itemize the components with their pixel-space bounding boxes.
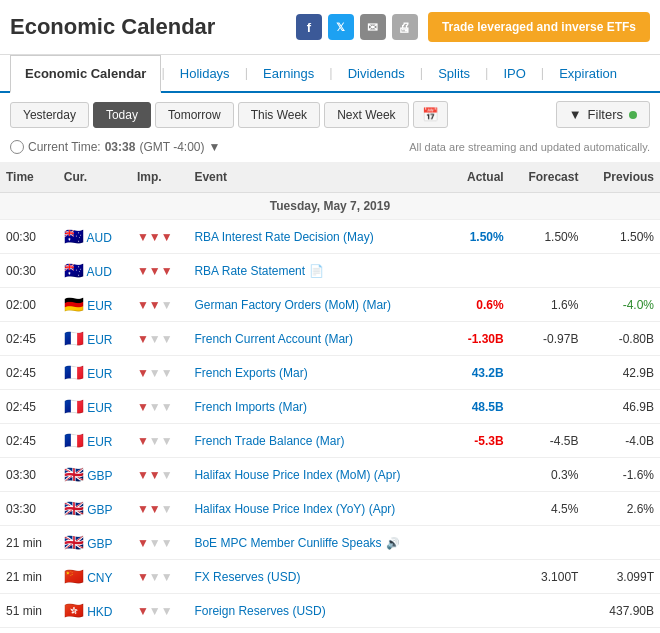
current-time-bar: Current Time: 03:38 (GMT -4:00) ▼ All da… bbox=[0, 136, 660, 162]
impact-bull-3: ▼ bbox=[161, 366, 173, 380]
cell-time: 03:30 bbox=[0, 458, 58, 492]
trade-button[interactable]: Trade leveraged and inverse ETFs bbox=[428, 12, 650, 42]
impact-bull-2: ▼ bbox=[149, 468, 161, 482]
impact-bull-1: ▼ bbox=[137, 604, 149, 618]
cell-event[interactable]: FX Reserves (USD) bbox=[188, 560, 451, 594]
cell-impact: ▼▼▼ bbox=[131, 458, 188, 492]
tab-earnings[interactable]: Earnings bbox=[248, 55, 329, 91]
cell-forecast: 1.6% bbox=[510, 288, 585, 322]
cell-impact: ▼▼▼ bbox=[131, 390, 188, 424]
cell-time: 03:30 bbox=[0, 492, 58, 526]
event-link[interactable]: FX Reserves (USD) bbox=[194, 570, 300, 584]
event-link[interactable]: RBA Interest Rate Decision (May) bbox=[194, 230, 373, 244]
cell-previous bbox=[584, 526, 660, 560]
impact-bull-2: ▼ bbox=[149, 400, 161, 414]
tab-ipo[interactable]: IPO bbox=[488, 55, 540, 91]
period-next-week[interactable]: Next Week bbox=[324, 102, 408, 128]
cell-impact: ▼▼▼ bbox=[131, 322, 188, 356]
twitter-icon[interactable]: 𝕏 bbox=[328, 14, 354, 40]
impact-bull-2: ▼ bbox=[149, 366, 161, 380]
table-row: 21 min🇨🇳 CNY▼▼▼FX Reserves (USD)3.100T3.… bbox=[0, 560, 660, 594]
table-row: 51 min🇭🇰 HKD▼▼▼Foreign Reserves (USD)437… bbox=[0, 594, 660, 628]
event-link[interactable]: BoE MPC Member Cunliffe Speaks bbox=[194, 536, 381, 550]
cell-previous: -4.0% bbox=[584, 288, 660, 322]
tab-dividends[interactable]: Dividends bbox=[333, 55, 420, 91]
cell-event[interactable]: RBA Interest Rate Decision (May) bbox=[188, 220, 451, 254]
cell-currency: 🇬🇧 GBP bbox=[58, 526, 131, 560]
tab-splits[interactable]: Splits bbox=[423, 55, 485, 91]
flag-icon: 🇫🇷 bbox=[64, 398, 84, 415]
impact-bull-2: ▼ bbox=[149, 230, 161, 244]
cell-event[interactable]: BoE MPC Member Cunliffe Speaks🔊 bbox=[188, 526, 451, 560]
period-yesterday[interactable]: Yesterday bbox=[10, 102, 89, 128]
event-link[interactable]: French Imports (Mar) bbox=[194, 400, 307, 414]
cell-forecast: 1.50% bbox=[510, 220, 585, 254]
impact-bull-1: ▼ bbox=[137, 536, 149, 550]
table-header-row: Time Cur. Imp. Event Actual Forecast Pre… bbox=[0, 162, 660, 193]
table-row: 02:45🇫🇷 EUR▼▼▼French Imports (Mar)48.5B4… bbox=[0, 390, 660, 424]
cell-time: 00:30 bbox=[0, 220, 58, 254]
period-today[interactable]: Today bbox=[93, 102, 151, 128]
impact-bull-1: ▼ bbox=[137, 332, 149, 346]
flag-icon: 🇦🇺 bbox=[64, 228, 84, 245]
col-time: Time bbox=[0, 162, 58, 193]
event-link[interactable]: Halifax House Price Index (MoM) (Apr) bbox=[194, 468, 400, 482]
event-link[interactable]: RBA Rate Statement bbox=[194, 264, 305, 278]
currency-code: CNY bbox=[87, 571, 112, 585]
tab-economic-calendar[interactable]: Economic Calendar bbox=[10, 55, 161, 93]
actual-value: 48.5B bbox=[472, 400, 504, 414]
event-link[interactable]: Foreign Reserves (USD) bbox=[194, 604, 325, 618]
event-link[interactable]: French Trade Balance (Mar) bbox=[194, 434, 344, 448]
cell-event[interactable]: RBA Rate Statement📄 bbox=[188, 254, 451, 288]
actual-value: 1.50% bbox=[470, 230, 504, 244]
tab-holidays[interactable]: Holidays bbox=[165, 55, 245, 91]
flag-icon: 🇬🇧 bbox=[64, 500, 84, 517]
cell-currency: 🇬🇧 GBP bbox=[58, 492, 131, 526]
event-link[interactable]: French Exports (Mar) bbox=[194, 366, 307, 380]
print-icon[interactable]: 🖨 bbox=[392, 14, 418, 40]
event-link[interactable]: Halifax House Price Index (YoY) (Apr) bbox=[194, 502, 395, 516]
currency-code: EUR bbox=[87, 401, 112, 415]
cell-event[interactable]: German Factory Orders (MoM) (Mar) bbox=[188, 288, 451, 322]
cell-previous: 2.6% bbox=[584, 492, 660, 526]
col-event: Event bbox=[188, 162, 451, 193]
cell-event[interactable]: French Exports (Mar) bbox=[188, 356, 451, 390]
currency-code: AUD bbox=[87, 265, 112, 279]
impact-bull-1: ▼ bbox=[137, 230, 149, 244]
actual-value: 0.6% bbox=[476, 298, 503, 312]
cell-time: 02:45 bbox=[0, 322, 58, 356]
cell-impact: ▼▼▼ bbox=[131, 526, 188, 560]
filter-icon: ▼ bbox=[569, 107, 582, 122]
event-link[interactable]: German Factory Orders (MoM) (Mar) bbox=[194, 298, 391, 312]
cell-event[interactable]: Foreign Reserves (USD) bbox=[188, 594, 451, 628]
impact-bull-2: ▼ bbox=[149, 332, 161, 346]
table-row: 03:30🇬🇧 GBP▼▼▼Halifax House Price Index … bbox=[0, 458, 660, 492]
flag-icon: 🇫🇷 bbox=[64, 330, 84, 347]
flag-icon: 🇭🇰 bbox=[64, 602, 84, 619]
period-tomorrow[interactable]: Tomorrow bbox=[155, 102, 234, 128]
filters-button[interactable]: ▼ Filters bbox=[556, 101, 650, 128]
previous-value: -4.0% bbox=[623, 298, 654, 312]
facebook-icon[interactable]: f bbox=[296, 14, 322, 40]
impact-bull-2: ▼ bbox=[149, 536, 161, 550]
cell-event[interactable]: Halifax House Price Index (YoY) (Apr) bbox=[188, 492, 451, 526]
cell-currency: 🇩🇪 EUR bbox=[58, 288, 131, 322]
currency-code: GBP bbox=[87, 503, 112, 517]
cell-previous bbox=[584, 254, 660, 288]
flag-icon: 🇫🇷 bbox=[64, 432, 84, 449]
cell-time: 21 min bbox=[0, 526, 58, 560]
period-this-week[interactable]: This Week bbox=[238, 102, 320, 128]
calendar-picker-button[interactable]: 📅 bbox=[413, 101, 448, 128]
timezone-arrow: ▼ bbox=[209, 140, 221, 154]
cell-event[interactable]: Halifax House Price Index (MoM) (Apr) bbox=[188, 458, 451, 492]
cell-event[interactable]: French Current Account (Mar) bbox=[188, 322, 451, 356]
email-icon[interactable]: ✉ bbox=[360, 14, 386, 40]
cell-previous: -0.80B bbox=[584, 322, 660, 356]
tab-expiration[interactable]: Expiration bbox=[544, 55, 632, 91]
cell-event[interactable]: French Trade Balance (Mar) bbox=[188, 424, 451, 458]
event-link[interactable]: French Current Account (Mar) bbox=[194, 332, 353, 346]
actual-value: -1.30B bbox=[468, 332, 504, 346]
cell-currency: 🇭🇰 HKD bbox=[58, 594, 131, 628]
cell-actual bbox=[451, 458, 510, 492]
cell-event[interactable]: French Imports (Mar) bbox=[188, 390, 451, 424]
